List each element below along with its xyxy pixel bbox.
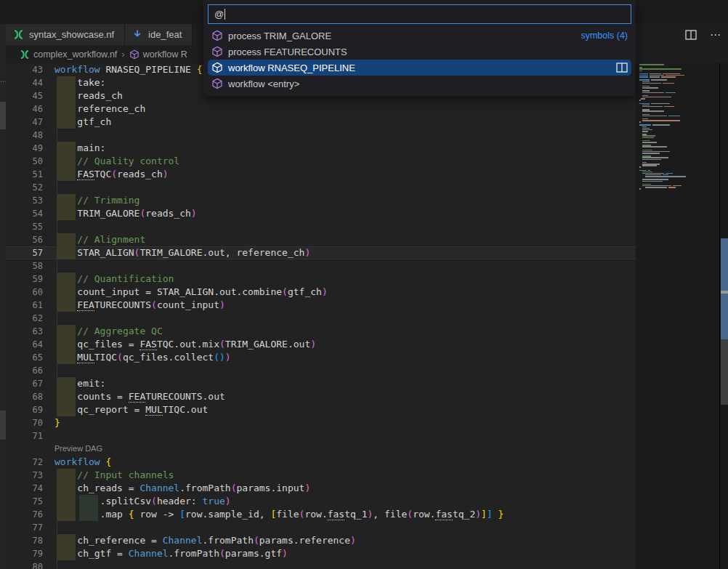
gutter-line-number: 68 xyxy=(6,390,54,403)
code-line[interactable]: 79 ch_gtf = Channel.fromPath(params.gtf) xyxy=(6,547,636,560)
code-text xyxy=(54,364,636,377)
left-editor-group-sliver[interactable]: ⋯ xyxy=(0,24,6,569)
truncated-breadcrumb-dots: ⋯ xyxy=(0,78,6,85)
code-text xyxy=(54,259,636,273)
scrollbar-thumb[interactable] xyxy=(721,294,728,339)
code-line[interactable]: 65 MULTIQC(qc_files.collect()) xyxy=(6,351,636,364)
gutter-line-number: 48 xyxy=(6,129,54,142)
code-text xyxy=(54,312,636,325)
code-line[interactable]: 73 // Input channels xyxy=(6,469,636,482)
tab-label: syntax_showcase.nf xyxy=(29,29,114,40)
code-line[interactable]: 78 ch_reference = Channel.fromPath(param… xyxy=(6,534,636,547)
code-text: FEATURECOUNTS(count_input) xyxy=(54,299,636,312)
code-region[interactable]: 43workflow RNASEQ_PIPELINE {44 take:45 r… xyxy=(6,63,636,569)
gutter-line-number: 50 xyxy=(6,155,54,168)
code-line[interactable]: 49 main: xyxy=(6,142,636,155)
indent-guide xyxy=(57,129,57,142)
tab[interactable]: syntax_showcase.nf xyxy=(6,24,125,45)
code-line[interactable]: 58 xyxy=(6,259,636,273)
code-text xyxy=(54,521,636,534)
gutter-line-number: 75 xyxy=(6,495,54,508)
code-text: main: xyxy=(54,142,636,155)
tab-label: ide_feat xyxy=(148,29,182,40)
code-line[interactable]: 57 STAR_ALIGN(TRIM_GALORE.out, reference… xyxy=(6,246,636,259)
code-line[interactable]: 64 qc_files = FASTQC.out.mix(TRIM_GALORE… xyxy=(6,338,636,351)
code-line[interactable]: 70} xyxy=(6,416,636,429)
code-line[interactable]: 74 ch_reads = Channel.fromPath(params.in… xyxy=(6,482,636,495)
indent-guide xyxy=(57,181,57,194)
indent-guide xyxy=(57,521,57,534)
gutter-line-number: 66 xyxy=(6,364,54,377)
code-line[interactable]: 68 counts = FEATURECOUNTS.out xyxy=(6,390,636,403)
vscode-window: ⋯ syntax_showcase.nfide_feat ⋯ complex_w… xyxy=(0,0,728,569)
code-line[interactable]: 77 xyxy=(6,521,636,534)
symbol-cube-icon xyxy=(211,30,223,41)
quick-pick-item-label: workflow <entry> xyxy=(228,78,299,89)
code-line[interactable]: 48 xyxy=(6,129,636,142)
code-text xyxy=(54,181,636,194)
code-line[interactable]: 63 // Aggregate QC xyxy=(6,325,636,338)
code-text: // Quantification xyxy=(54,273,636,286)
code-line[interactable]: 51 FASTQC(reads_ch) xyxy=(6,168,636,181)
code-line[interactable]: 71 xyxy=(6,429,636,443)
gutter-line-number: 57 xyxy=(6,246,54,259)
breadcrumb-symbol[interactable]: workflow R xyxy=(143,49,187,60)
code-line[interactable]: 76 .map { row -> [row.sample_id, [file(r… xyxy=(6,508,636,521)
code-text: // Alignment xyxy=(54,233,636,246)
code-line[interactable]: 54 TRIM_GALORE(reads_ch) xyxy=(6,207,636,220)
code-line[interactable]: 47 gtf_ch xyxy=(6,116,636,129)
code-text: qc_files = FASTQC.out.mix(TRIM_GALORE.ou… xyxy=(54,338,636,351)
code-line[interactable]: 75 .splitCsv(header: true) xyxy=(6,495,636,508)
open-to-side-button[interactable] xyxy=(616,62,628,73)
symbols-count-badge: symbols (4) xyxy=(581,31,628,41)
code-line[interactable]: 55 xyxy=(6,220,636,233)
quick-pick-item-label: workflow RNASEQ_PIPELINE xyxy=(228,62,355,73)
code-line[interactable]: 67 emit: xyxy=(6,377,636,390)
gutter-line-number: 54 xyxy=(6,207,54,220)
code-line[interactable]: 61 FEATURECOUNTS(count_input) xyxy=(6,299,636,312)
codelens-label[interactable]: Preview DAG xyxy=(6,443,636,456)
code-text: // Aggregate QC xyxy=(54,325,636,338)
more-actions-button[interactable]: ⋯ xyxy=(709,28,722,41)
symbol-cube-icon xyxy=(211,78,223,89)
code-line[interactable]: 66 xyxy=(6,364,636,377)
code-text: } xyxy=(54,416,636,429)
code-line[interactable]: 59 // Quantification xyxy=(6,273,636,286)
editor[interactable]: 43workflow RNASEQ_PIPELINE {44 take:45 r… xyxy=(6,63,728,569)
code-line[interactable]: 62 xyxy=(6,312,636,325)
code-line[interactable]: 69 qc_report = MULTIQC.out xyxy=(6,403,636,416)
code-line[interactable]: 72workflow { xyxy=(6,456,636,469)
code-line[interactable]: 50 // Quality control xyxy=(6,155,636,168)
code-line[interactable]: 52 xyxy=(6,181,636,194)
tab[interactable]: ide_feat xyxy=(125,24,193,45)
scrollbar-decoration xyxy=(721,339,728,405)
gutter-line-number: 59 xyxy=(6,273,54,286)
gutter-line-number: 67 xyxy=(6,377,54,390)
quick-pick-input[interactable]: @ xyxy=(208,4,631,24)
code-line[interactable]: 53 // Trimming xyxy=(6,194,636,207)
scrollbar-thumb[interactable] xyxy=(721,238,728,291)
gutter-line-number: 44 xyxy=(6,76,54,89)
code-line[interactable]: 46 reference_ch xyxy=(6,102,636,116)
code-text: reference_ch xyxy=(54,102,636,116)
quick-pick-item[interactable]: process FEATURECOUNTS xyxy=(208,44,631,60)
breadcrumb-file[interactable]: complex_workflow.nf xyxy=(33,49,117,60)
gutter-line-number: 77 xyxy=(6,521,54,534)
scrollbar[interactable] xyxy=(719,63,728,569)
code-text: workflow { xyxy=(54,456,636,469)
quick-pick-item[interactable]: workflow RNASEQ_PIPELINE xyxy=(208,60,631,76)
quick-pick-item[interactable]: process TRIM_GALOREsymbols (4) xyxy=(208,28,631,44)
breadcrumb-separator: › xyxy=(121,49,125,60)
code-text: .map { row -> [row.sample_id, [file(row.… xyxy=(54,508,636,521)
code-line[interactable]: 56 // Alignment xyxy=(6,233,636,246)
quick-pick-item[interactable]: workflow <entry> xyxy=(208,76,631,92)
split-editor-button[interactable] xyxy=(684,28,697,41)
code-line[interactable]: 80 xyxy=(6,560,636,569)
minimap-line xyxy=(639,188,706,190)
code-line[interactable]: 60 count_input = STAR_ALIGN.out.combine(… xyxy=(6,286,636,299)
minimap[interactable] xyxy=(639,64,706,190)
gutter-line-number: 64 xyxy=(6,338,54,351)
symbol-cube-icon xyxy=(211,62,223,73)
indent-guide xyxy=(57,312,57,325)
code-text: qc_report = MULTIQC.out xyxy=(54,403,636,416)
